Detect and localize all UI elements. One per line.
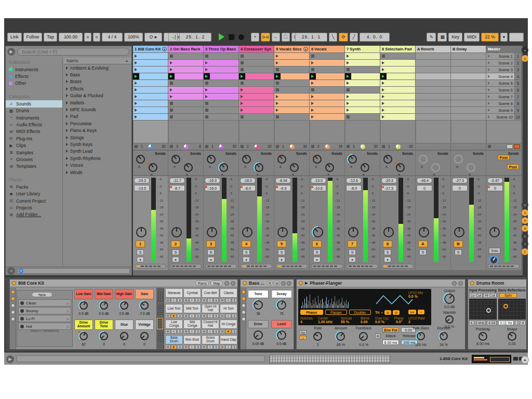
clip-slot[interactable] [168, 53, 203, 59]
scene-play-icon[interactable] [488, 95, 490, 98]
variation-row[interactable]: Lo Fi▷ [18, 315, 71, 322]
macro-knob[interactable] [79, 332, 88, 340]
scene-play-all-light[interactable] [507, 144, 513, 149]
macro-knob[interactable] [140, 301, 149, 310]
stop-all-clips-button[interactable] [347, 145, 350, 148]
clip-slot[interactable] [345, 53, 380, 59]
drum-pad-maracas[interactable]: MaracasMS [165, 288, 183, 302]
sidebar-item-currentproject[interactable]: ⊟Current Project [6, 197, 62, 204]
solo-button[interactable]: S [384, 249, 391, 255]
pad-mute-button[interactable]: M [183, 345, 189, 349]
track-header[interactable]: 8 Sidechain Pad [380, 46, 415, 52]
pad-solo-button[interactable]: S [214, 298, 219, 302]
clip-slot[interactable] [310, 100, 344, 107]
knob-value[interactable]: 0.0 % [353, 343, 374, 347]
pad-play-button[interactable] [189, 345, 195, 349]
browser-folder-row[interactable]: Percussive [63, 120, 131, 127]
hot-swap-icon[interactable] [452, 281, 457, 286]
variation-launch-icon[interactable]: ▷ [66, 301, 69, 305]
pad-solo-button[interactable]: S [214, 314, 219, 318]
post-button[interactable]: Post [507, 164, 519, 169]
volume-value[interactable]: -13.5 [134, 185, 150, 191]
macro-knob[interactable] [100, 332, 108, 340]
folder-expand-icon[interactable] [66, 80, 68, 83]
browser-folder-row[interactable]: Synth Lead [63, 148, 131, 155]
pad-solo-button[interactable]: S [177, 298, 182, 302]
track-activator-button[interactable]: 7 [348, 241, 357, 247]
arm-button[interactable]: ● [384, 257, 391, 262]
pad-mute-button[interactable]: M [202, 298, 207, 302]
clip-slot[interactable] [168, 94, 203, 100]
rack-strip-icon[interactable] [242, 303, 246, 308]
browser-folder-row[interactable]: Synth Rhythmic [63, 155, 131, 162]
overview-menu-icon[interactable]: ≡ [522, 47, 528, 54]
stop-button[interactable] [227, 33, 235, 41]
pad-solo-button[interactable]: S [214, 329, 219, 334]
folder-expand-icon[interactable] [66, 87, 68, 90]
stop-all-clips-button[interactable] [205, 145, 208, 148]
automation-arm-button[interactable]: + [251, 33, 259, 42]
pad-play-button[interactable] [189, 314, 195, 318]
volume-value[interactable]: 0 [417, 185, 432, 191]
pad-play-button[interactable] [189, 329, 195, 334]
arrangement-position-field[interactable]: 25. 1. 2 [179, 33, 211, 42]
scene-row[interactable]: Scene 44 [486, 73, 521, 79]
pan-knob[interactable] [277, 227, 288, 237]
browser-folder-row[interactable]: Strings [63, 134, 131, 141]
clip-slot[interactable] [204, 53, 238, 59]
peak-level-value[interactable]: -12.6 [346, 178, 362, 183]
pad-play-button[interactable] [225, 314, 231, 318]
pan-knob[interactable] [489, 227, 500, 237]
phase-value[interactable]: 0.0° [396, 320, 403, 324]
mixer-toggle-m[interactable]: M [522, 225, 528, 232]
clip-slot[interactable] [310, 87, 344, 93]
sidebar-item-templates[interactable]: ⊞Templates [6, 163, 62, 170]
scene-row[interactable]: Scene 88 [486, 100, 521, 107]
macro-knob[interactable] [100, 301, 108, 310]
pan-knob[interactable] [419, 227, 429, 237]
track-activator-button[interactable]: 8 [383, 241, 392, 247]
track-header[interactable]: 2 Oxi Bass Rack [168, 46, 203, 52]
predelay-value[interactable]: 8.00 ms [469, 342, 497, 345]
device-chain-strip[interactable] [311, 264, 343, 269]
clip-slot[interactable] [274, 66, 309, 73]
sidebar-item-other[interactable]: Other [6, 80, 62, 87]
drum-pad-claves[interactable]: ClavesMS [220, 288, 237, 302]
macro-knob[interactable] [120, 332, 128, 340]
peak-level-value[interactable]: -13.0 [311, 178, 326, 183]
loop-button[interactable]: ⟳ [339, 33, 348, 42]
clip-slot[interactable] [168, 87, 203, 93]
drum-pad-low-conga[interactable]: Low CongaMS [165, 320, 183, 334]
spin-depth-value[interactable]: 22.4 [515, 321, 526, 325]
save-preset-icon[interactable] [458, 281, 463, 286]
pad-mute-button[interactable]: M [220, 329, 225, 334]
record-button[interactable] [237, 33, 245, 41]
sidebar-item-audio-effects[interactable]: ⌁Audio Effects [6, 121, 62, 128]
pad-solo-button[interactable]: S [195, 314, 201, 318]
input-freq-value[interactable]: 4.33 kHz [469, 321, 486, 325]
folder-expand-icon[interactable] [66, 171, 68, 174]
macro-value[interactable]: 62 [74, 342, 93, 346]
stop-all-clips-button[interactable] [135, 145, 138, 148]
device-chain-strip[interactable] [170, 264, 202, 269]
peak-level-value[interactable]: -8.94 [275, 178, 291, 183]
punch-in-button[interactable]: ╲ [329, 33, 337, 42]
knob-value[interactable]: 65 % [330, 343, 351, 347]
clip-slot[interactable] [345, 66, 380, 73]
clip-slot[interactable] [274, 100, 309, 107]
follow-button[interactable]: Follow [23, 33, 43, 42]
pad-mute-button[interactable]: M [165, 298, 170, 302]
pan-knob[interactable] [207, 227, 217, 237]
device-on-icon[interactable] [243, 281, 247, 285]
clip-slot[interactable] [204, 100, 238, 107]
pad-mute-button[interactable]: M [220, 298, 225, 302]
clip-slot[interactable] [310, 94, 344, 100]
map-button[interactable]: Map [210, 281, 223, 286]
clip-slot[interactable] [380, 80, 415, 86]
shape-value[interactable]: 0.26 [498, 342, 526, 345]
macro-value[interactable]: 0.0 dB [74, 312, 93, 315]
rack-strip-icon[interactable] [242, 297, 246, 301]
pad-mute-button[interactable]: M [165, 329, 170, 334]
expand-icon[interactable]: ▶ [305, 281, 308, 285]
track-header[interactable]: B Delay [451, 46, 486, 52]
